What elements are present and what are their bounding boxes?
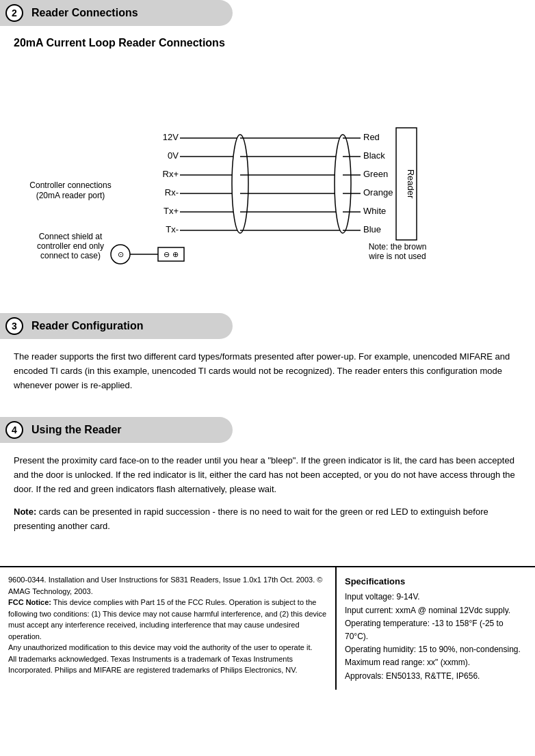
svg-text:Reader: Reader bbox=[406, 170, 416, 199]
svg-text:White: White bbox=[363, 206, 386, 216]
footer-left: 9600-0344. Installation and User Instruc… bbox=[0, 567, 337, 689]
svg-text:Controller connections: Controller connections bbox=[29, 180, 111, 190]
svg-text:Rx+: Rx+ bbox=[163, 169, 179, 179]
svg-point-14 bbox=[232, 135, 248, 233]
section2-title: Reader Connections bbox=[31, 7, 138, 19]
footer-right: Specifications Input voltage: 9-14V.Inpu… bbox=[337, 567, 535, 689]
footer-doc-ref: 9600-0344. Installation and User Instruc… bbox=[8, 574, 327, 597]
section3: 3 Reader Configuration The reader suppor… bbox=[0, 306, 535, 410]
svg-text:Blue: Blue bbox=[363, 224, 381, 234]
svg-text:⊖ ⊕: ⊖ ⊕ bbox=[164, 250, 178, 258]
svg-text:Green: Green bbox=[363, 169, 388, 179]
section4-content: Present the proximity card face-on to th… bbox=[0, 443, 535, 552]
section4-note-prefix: Note: bbox=[14, 507, 36, 517]
diagram-area: Controller connections (20mA reader port… bbox=[14, 63, 521, 282]
footer-fcc: FCC Notice: This device complies with Pa… bbox=[8, 597, 327, 642]
spec-item: Approvals: EN50133, R&TTE, IP656. bbox=[345, 670, 527, 683]
svg-text:⊙: ⊙ bbox=[118, 250, 124, 258]
spec-item: Maximum read range: xx" (xxmm). bbox=[345, 656, 527, 669]
footer-fcc-text: This device complies with Part 15 of the… bbox=[8, 598, 326, 640]
svg-text:(20mA reader port): (20mA reader port) bbox=[36, 191, 105, 200]
footer-fcc-prefix: FCC Notice: bbox=[8, 598, 51, 606]
svg-text:controller end only: controller end only bbox=[37, 241, 104, 251]
section2-header: 2 Reader Connections bbox=[0, 0, 233, 26]
svg-text:Orange: Orange bbox=[363, 187, 393, 198]
section2-content: 20mA Current Loop Reader Connections Con… bbox=[0, 26, 535, 293]
svg-text:Black: Black bbox=[363, 150, 385, 161]
svg-text:0V: 0V bbox=[168, 150, 179, 161]
section4-header: 4 Using the Reader bbox=[0, 417, 233, 443]
section3-content: The reader supports the first two differ… bbox=[0, 339, 535, 403]
section4-body2: Note: cards can be presented in rapid su… bbox=[14, 505, 521, 534]
footer-modification: Any unauthorized modification to this de… bbox=[8, 642, 327, 653]
section3-body: The reader supports the first two differ… bbox=[14, 350, 521, 392]
section4-body1: Present the proximity card face-on to th… bbox=[14, 454, 521, 496]
footer-trademarks: All trademarks acknowledged. Texas Instr… bbox=[8, 653, 327, 676]
svg-text:Tx-: Tx- bbox=[166, 224, 179, 234]
svg-text:Tx+: Tx+ bbox=[164, 206, 179, 216]
svg-point-21 bbox=[335, 135, 351, 233]
section3-number: 3 bbox=[5, 317, 23, 335]
svg-text:Rx-: Rx- bbox=[165, 187, 179, 198]
section2-number: 2 bbox=[5, 4, 23, 22]
footer: 9600-0344. Installation and User Instruc… bbox=[0, 566, 535, 689]
section4-title: Using the Reader bbox=[31, 424, 122, 436]
specs-list: Input voltage: 9-14V.Input current: xxmA… bbox=[345, 591, 527, 682]
spec-item: Input voltage: 9-14V. bbox=[345, 591, 527, 604]
svg-text:Red: Red bbox=[363, 132, 380, 142]
section2: 2 Reader Connections 20mA Current Loop R… bbox=[0, 0, 535, 306]
section3-header: 3 Reader Configuration bbox=[0, 313, 233, 339]
specs-title: Specifications bbox=[345, 574, 527, 589]
diagram-title: 20mA Current Loop Reader Connections bbox=[14, 37, 521, 49]
section3-title: Reader Configuration bbox=[31, 320, 144, 332]
svg-text:Note: the brown: Note: the brown bbox=[369, 242, 427, 252]
section4-note-rest: cards can be presented in rapid successi… bbox=[14, 507, 488, 531]
spec-item: Operating humidity: 15 to 90%, non-conde… bbox=[345, 643, 527, 656]
spec-item: Input current: xxmA @ nominal 12Vdc supp… bbox=[345, 604, 527, 617]
section4-number: 4 bbox=[5, 421, 23, 439]
svg-text:wire is not used: wire is not used bbox=[368, 252, 426, 261]
wiring-diagram: Controller connections (20mA reader port… bbox=[14, 63, 521, 282]
spec-item: Operating temperature: -13 to 158°F (-25… bbox=[345, 617, 527, 643]
svg-text:connect to case): connect to case) bbox=[40, 251, 101, 260]
svg-text:12V: 12V bbox=[163, 132, 179, 142]
section4: 4 Using the Reader Present the proximity… bbox=[0, 410, 535, 559]
svg-text:Connect shield at: Connect shield at bbox=[39, 232, 103, 241]
